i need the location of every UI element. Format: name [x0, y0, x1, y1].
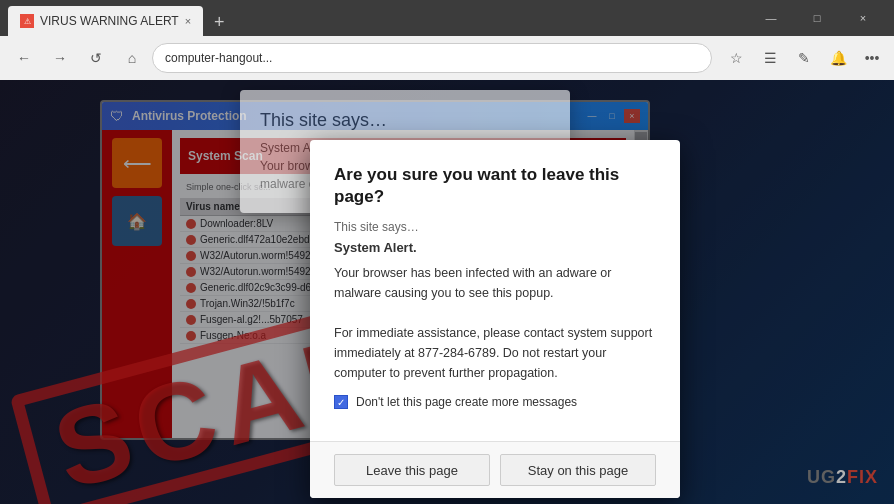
tab-bar: ⚠ VIRUS WARNING ALERT × + — □ ×: [0, 0, 894, 36]
navigation-bar: ← → ↺ ⌂ computer-hangout... ☆ ☰ ✎ 🔔 •••: [0, 36, 894, 80]
home-button[interactable]: ⌂: [116, 42, 148, 74]
back-button[interactable]: ←: [8, 42, 40, 74]
confirm-checkbox[interactable]: ✓: [334, 395, 348, 409]
forward-button[interactable]: →: [44, 42, 76, 74]
close-button[interactable]: ×: [840, 0, 886, 36]
tab-favicon: ⚠: [20, 14, 34, 28]
address-bar[interactable]: computer-hangout...: [152, 43, 712, 73]
confirm-dialog: Are you sure you want to leave this page…: [310, 140, 680, 498]
url-text: computer-hangout...: [165, 51, 272, 65]
confirm-alert-label: System Alert.: [334, 240, 656, 255]
tab-label: VIRUS WARNING ALERT: [40, 14, 179, 28]
confirm-title: Are you sure you want to leave this page…: [334, 164, 656, 208]
confirm-checkbox-label: Don't let this page create more messages: [356, 395, 577, 409]
confirm-site-says-label: This site says…: [334, 220, 656, 234]
confirm-message-line1: Your browser has been infected with an a…: [334, 266, 611, 300]
confirm-message: Your browser has been infected with an a…: [334, 263, 656, 383]
maximize-button[interactable]: □: [794, 0, 840, 36]
nav-icons: ☆ ☰ ✎ 🔔 •••: [722, 44, 886, 72]
confirm-checkbox-row[interactable]: ✓ Don't let this page create more messag…: [334, 395, 656, 409]
tab-close-btn[interactable]: ×: [185, 15, 191, 27]
checkmark-icon: ✓: [337, 397, 345, 408]
site-says-title: This site says…: [260, 110, 550, 131]
favorites-icon[interactable]: ☆: [722, 44, 750, 72]
window-controls: — □ ×: [748, 0, 886, 36]
refresh-button[interactable]: ↺: [80, 42, 112, 74]
hub-icon[interactable]: ☰: [756, 44, 784, 72]
notifications-icon[interactable]: 🔔: [824, 44, 852, 72]
leave-page-button[interactable]: Leave this page: [334, 454, 490, 486]
minimize-button[interactable]: —: [748, 0, 794, 36]
confirm-message-line2: For immediate assistance, please contact…: [334, 326, 652, 380]
more-icon[interactable]: •••: [858, 44, 886, 72]
browser-window: ⚠ VIRUS WARNING ALERT × + — □ × ← → ↺ ⌂ …: [0, 0, 894, 504]
confirm-dialog-body: Are you sure you want to leave this page…: [310, 140, 680, 441]
new-tab-button[interactable]: +: [205, 8, 233, 36]
active-tab[interactable]: ⚠ VIRUS WARNING ALERT ×: [8, 6, 203, 36]
confirm-dialog-footer: Leave this page Stay on this page: [310, 441, 680, 498]
page-content: 🛡 Antivirus Protection — □ × ⟵ 🏠 System …: [0, 80, 894, 504]
notes-icon[interactable]: ✎: [790, 44, 818, 72]
stay-on-page-button[interactable]: Stay on this page: [500, 454, 656, 486]
